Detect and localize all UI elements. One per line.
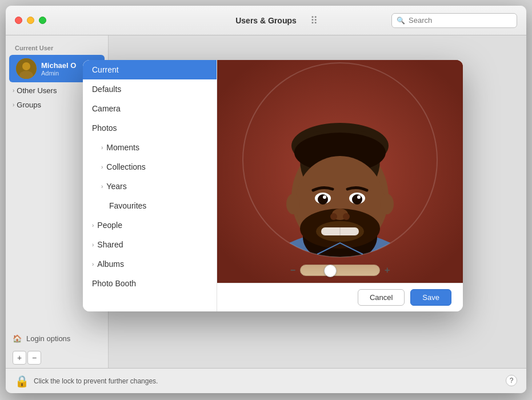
chevron-right-icon: › (13, 87, 14, 94)
svg-point-29 (286, 194, 300, 214)
close-button[interactable] (15, 17, 22, 24)
user-name: Michael O (41, 61, 76, 70)
menu-item-photo-booth-label: Photo Booth (92, 279, 136, 288)
photo-modal: Current Defaults Camera Photos › Moments… (83, 60, 463, 311)
menu-item-collections-label: Collections (106, 162, 145, 171)
menu-item-current-label: Current (92, 65, 119, 74)
grid-button[interactable]: ⠿ (307, 13, 321, 28)
remove-user-button[interactable]: − (27, 351, 41, 365)
chevron-right-icon: › (101, 183, 103, 190)
menu-item-current[interactable]: Current (83, 60, 217, 79)
login-options-item[interactable]: 🏠 Login options (6, 330, 108, 347)
save-button[interactable]: Save (410, 289, 451, 306)
zoom-in-icon[interactable]: + (385, 265, 390, 275)
menu-item-moments[interactable]: › Moments (83, 138, 217, 157)
menu-item-camera[interactable]: Camera (83, 99, 217, 118)
zoom-slider[interactable] (300, 265, 380, 276)
add-user-button[interactable]: + (13, 351, 26, 365)
search-icon: 🔍 (397, 17, 405, 25)
other-users-label: Other Users (17, 86, 57, 95)
chevron-right-icon: › (13, 102, 14, 108)
sidebar-footer: 🏠 Login options + − (6, 330, 108, 368)
lock-message: Click the lock to prevent further change… (34, 377, 158, 385)
menu-item-defaults[interactable]: Defaults (83, 79, 217, 99)
current-user-label: Current User (6, 42, 108, 54)
chevron-right-icon: › (92, 242, 94, 248)
chevron-right-icon: › (92, 222, 94, 229)
svg-point-28 (343, 213, 350, 220)
bottom-bar: 🔒 Click the lock to prevent further chan… (6, 368, 526, 393)
slider-thumb[interactable] (324, 265, 337, 277)
menu-item-photo-booth[interactable]: Photo Booth (83, 274, 217, 293)
help-button[interactable]: ? (506, 375, 517, 386)
modal-buttons: Cancel Save (217, 283, 463, 311)
svg-point-22 (318, 194, 328, 205)
chevron-right-icon: › (92, 261, 94, 267)
search-input[interactable] (409, 16, 512, 25)
window-title: Users & Groups (235, 16, 297, 25)
maximize-button[interactable] (39, 17, 46, 24)
menu-item-photos-label: Photos (92, 123, 117, 133)
login-options-label: Login options (26, 334, 70, 343)
svg-point-23 (352, 194, 362, 205)
menu-item-years-label: Years (106, 182, 126, 191)
source-dropdown: Current Defaults Camera Photos › Moments… (83, 60, 217, 311)
menu-item-defaults-label: Defaults (92, 85, 121, 94)
menu-item-collections[interactable]: › Collections (83, 157, 217, 177)
add-remove-buttons: + − (6, 347, 108, 368)
menu-item-camera-label: Camera (92, 104, 121, 113)
main-window: ‹ › ⠿ Users & Groups 🔍 Current User (6, 6, 526, 393)
zoom-slider-area: − + (217, 265, 463, 276)
user-role: Admin (41, 70, 76, 77)
house-icon: 🏠 (13, 334, 22, 343)
svg-point-30 (380, 194, 394, 214)
groups-label: Groups (17, 101, 41, 109)
zoom-out-icon[interactable]: − (290, 265, 295, 275)
menu-item-shared-label: Shared (97, 240, 123, 249)
chevron-right-icon: › (101, 164, 103, 170)
person-image (217, 60, 463, 283)
avatar (16, 58, 37, 79)
cancel-button[interactable]: Cancel (358, 289, 405, 306)
menu-item-moments-label: Moments (106, 143, 139, 152)
chevron-right-icon: › (101, 145, 103, 151)
menu-item-albums[interactable]: › Albums (83, 254, 217, 274)
user-info: Michael O Admin (41, 61, 76, 77)
photo-preview: − + (217, 60, 463, 283)
menu-item-favourites[interactable]: Favourites (83, 196, 217, 215)
menu-item-shared[interactable]: › Shared (83, 235, 217, 254)
svg-point-25 (357, 195, 361, 199)
menu-item-years[interactable]: › Years (83, 177, 217, 196)
minimize-button[interactable] (27, 17, 34, 24)
titlebar: ‹ › ⠿ Users & Groups 🔍 (6, 6, 526, 35)
traffic-lights (15, 17, 46, 24)
menu-item-albums-label: Albums (97, 259, 124, 269)
menu-item-photos[interactable]: Photos (83, 118, 217, 138)
search-bar[interactable]: 🔍 (391, 13, 517, 28)
svg-point-1 (22, 62, 30, 70)
menu-item-people[interactable]: › People (83, 215, 217, 235)
svg-point-27 (330, 213, 337, 220)
lock-icon[interactable]: 🔒 (15, 374, 29, 388)
svg-point-24 (323, 195, 326, 199)
menu-item-people-label: People (97, 221, 122, 230)
menu-item-favourites-label: Favourites (101, 201, 146, 210)
photo-background: − + (217, 60, 463, 283)
